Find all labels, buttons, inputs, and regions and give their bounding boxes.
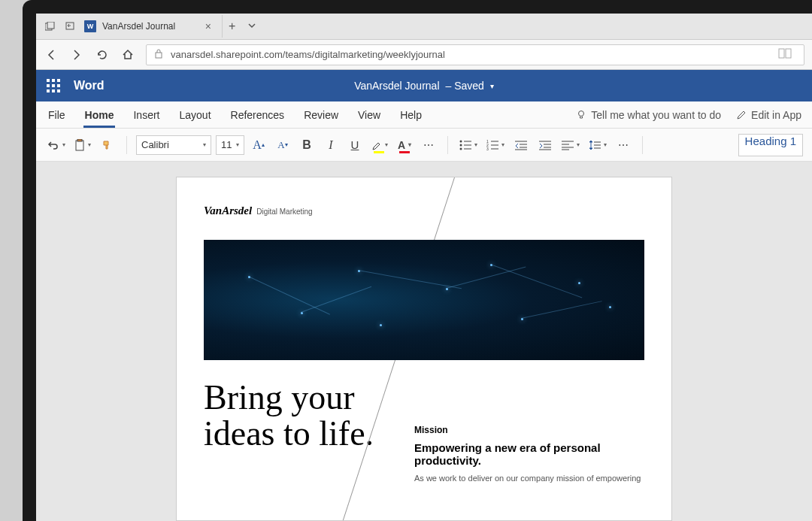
style-value: Heading 1 [745, 135, 796, 147]
url-bar[interactable]: vanarsdel.sharepoint.com/teams/digitalma… [146, 44, 804, 65]
svg-point-6 [579, 111, 584, 116]
mission-heading[interactable]: Empowering a new era of personal product… [414, 441, 644, 467]
screen: W VanArsdel Journal × + vanarsdel.sharep… [36, 14, 812, 521]
brand-logo: VanArsdel [204, 204, 252, 217]
highlight-button[interactable]: ▾ [369, 135, 390, 156]
svg-point-13 [460, 147, 462, 150]
tell-me-search[interactable]: Tell me what you want to do [576, 109, 721, 121]
bullets-button[interactable]: ▾ [457, 135, 480, 156]
save-status: – Saved [446, 80, 484, 92]
svg-rect-8 [77, 139, 82, 141]
increase-indent-button[interactable] [535, 135, 555, 156]
undo-button[interactable]: ▾ [45, 135, 68, 156]
tab-help[interactable]: Help [398, 101, 423, 128]
window-tabs-icon[interactable] [45, 21, 56, 32]
app-name: Word [74, 79, 105, 92]
separator [126, 136, 127, 154]
hero-image [204, 240, 644, 360]
mission-body[interactable]: As we work to deliver on our company mis… [414, 473, 644, 484]
svg-rect-5 [786, 49, 791, 58]
document-canvas[interactable]: VanArsdel Digital Marketing Bring your i… [36, 162, 812, 521]
lightbulb-icon [576, 110, 586, 120]
reading-view-icon[interactable] [774, 48, 796, 61]
mission-label[interactable]: Mission [414, 425, 644, 435]
tab-close-icon[interactable]: × [202, 20, 214, 32]
svg-point-9 [460, 140, 462, 142]
chevron-down-icon: ▾ [203, 141, 206, 148]
italic-button[interactable]: I [321, 135, 341, 156]
tab-insert[interactable]: Insert [132, 101, 161, 128]
device-bezel: W VanArsdel Journal × + vanarsdel.sharep… [23, 0, 812, 521]
edit-in-app-label: Edit in App [751, 109, 801, 121]
forward-button[interactable] [69, 47, 84, 62]
svg-point-11 [460, 144, 462, 146]
document-brand: VanArsdel Digital Marketing [204, 204, 644, 217]
document-title-button[interactable]: VanArsdel Journal – Saved ▾ [354, 80, 494, 92]
home-button[interactable] [120, 47, 135, 62]
word-favicon: W [84, 20, 96, 32]
font-name-value: Calibri [141, 139, 169, 150]
separator [447, 136, 448, 154]
pencil-icon [736, 110, 747, 120]
lock-icon [154, 48, 163, 61]
browser-navbar: vanarsdel.sharepoint.com/teams/digitalma… [36, 40, 812, 70]
bold-button[interactable]: B [297, 135, 317, 156]
toolbar: ▾ ▾ Calibri ▾ 11 ▾ A▴ A▾ B I U ▾ A▾ ⋯ ▾ … [36, 129, 812, 162]
ribbon-tabs: File Home Insert Layout References Revie… [36, 101, 812, 129]
url-text: vanarsdel.sharepoint.com/teams/digitalma… [171, 49, 445, 60]
set-aside-tabs-icon[interactable] [65, 21, 75, 32]
decrease-indent-button[interactable] [511, 135, 531, 156]
font-size-value: 11 [221, 139, 232, 150]
font-name-select[interactable]: Calibri ▾ [136, 135, 211, 155]
font-size-select[interactable]: 11 ▾ [216, 135, 244, 155]
svg-rect-7 [76, 141, 83, 150]
numbering-button[interactable]: 123 ▾ [484, 135, 507, 156]
style-select[interactable]: Heading 1 [738, 134, 803, 156]
back-button[interactable] [44, 47, 59, 62]
align-button[interactable]: ▾ [559, 135, 582, 156]
browser-titlebar: W VanArsdel Journal × + [36, 14, 812, 40]
app-launcher-icon[interactable] [47, 79, 60, 92]
shrink-font-button[interactable]: A▾ [273, 135, 292, 156]
format-painter-button[interactable] [98, 135, 117, 156]
svg-text:3: 3 [486, 147, 489, 150]
tabs-dropdown-icon[interactable] [241, 20, 262, 33]
chevron-down-icon: ▾ [236, 141, 239, 148]
edit-in-app-button[interactable]: Edit in App [736, 109, 801, 121]
tell-me-label: Tell me what you want to do [591, 109, 721, 121]
tab-home[interactable]: Home [83, 101, 116, 128]
document-headline[interactable]: Bring your ideas to life. [204, 380, 392, 484]
document-page[interactable]: VanArsdel Digital Marketing Bring your i… [176, 177, 672, 521]
paste-button[interactable]: ▾ [72, 135, 93, 156]
document-columns: Bring your ideas to life. Mission Empowe… [204, 380, 644, 484]
document-right-column: Mission Empowering a new era of personal… [414, 380, 644, 484]
tab-layout[interactable]: Layout [177, 101, 212, 128]
chevron-down-icon: ▾ [490, 82, 494, 90]
brand-tagline: Digital Marketing [256, 207, 312, 216]
svg-rect-4 [779, 49, 784, 58]
grow-font-button[interactable]: A▴ [249, 135, 268, 156]
tab-review[interactable]: Review [302, 101, 340, 128]
tab-view[interactable]: View [356, 101, 382, 128]
svg-rect-1 [47, 22, 54, 29]
underline-button[interactable]: U [345, 135, 365, 156]
tab-file[interactable]: File [47, 101, 67, 128]
separator [642, 136, 643, 154]
word-header: Word VanArsdel Journal – Saved ▾ [36, 70, 812, 101]
font-color-button[interactable]: A▾ [395, 135, 414, 156]
refresh-button[interactable] [95, 47, 110, 62]
svg-rect-3 [156, 53, 162, 58]
more-paragraph-button[interactable]: ⋯ [614, 135, 633, 156]
tab-title: VanArsdel Journal [102, 21, 202, 32]
browser-tab[interactable]: W VanArsdel Journal × [80, 15, 223, 38]
new-tab-button[interactable]: + [223, 20, 241, 33]
doc-name: VanArsdel Journal [354, 80, 439, 92]
more-font-button[interactable]: ⋯ [419, 135, 438, 156]
tab-references[interactable]: References [229, 101, 286, 128]
line-spacing-button[interactable]: ▾ [586, 135, 609, 156]
